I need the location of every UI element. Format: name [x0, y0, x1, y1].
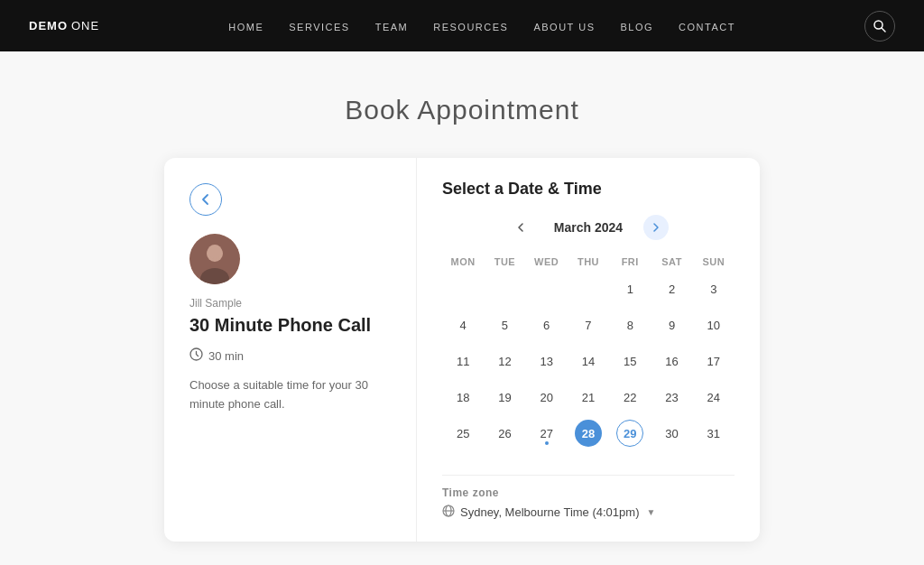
table-row[interactable]: 28 [568, 415, 609, 451]
nav-link-about[interactable]: ABOUT US [533, 22, 595, 32]
search-button[interactable] [864, 11, 895, 42]
timezone-section: Time zone Sydney, Melbourne Time (4:01pm… [442, 475, 735, 520]
nav-link-contact[interactable]: CONTACT [679, 22, 735, 32]
cal-header-fri: FRI [609, 253, 651, 271]
nav-links: HOMESERVICESTEAMRESOURCESABOUT USBLOGCON… [228, 18, 735, 34]
nav-link-resources[interactable]: RESOURCES [433, 22, 508, 32]
logo: DEMO ONE [29, 19, 99, 32]
next-month-button[interactable] [643, 215, 669, 240]
clock-icon [189, 347, 203, 364]
service-title: 30 Minute Phone Call [189, 313, 391, 337]
svg-line-1 [882, 28, 885, 32]
cal-header-sat: SAT [651, 253, 692, 271]
calendar-heading: Select a Date & Time [442, 180, 735, 199]
navbar: DEMO ONE HOMESERVICESTEAMRESOURCESABOUT … [0, 0, 924, 51]
timezone-dropdown-arrow: ▼ [646, 507, 655, 517]
table-row[interactable]: 14 [568, 343, 609, 379]
table-row[interactable] [651, 451, 692, 460]
table-row[interactable]: 21 [568, 379, 609, 415]
cal-header-mon: MON [442, 253, 484, 271]
table-row[interactable]: 16 [651, 343, 692, 379]
timezone-row[interactable]: Sydney, Melbourne Time (4:01pm) ▼ [442, 505, 735, 520]
calendar-header: March 2024 [442, 215, 735, 240]
table-row[interactable]: 3 [693, 271, 735, 307]
cal-header-wed: WED [526, 253, 568, 271]
table-row[interactable]: 23 [651, 379, 692, 415]
table-row[interactable] [693, 451, 735, 460]
calendar-grid: MONTUEWEDTHUFRISATSUN 123456789101112131… [442, 253, 735, 460]
avatar [189, 234, 240, 284]
table-row[interactable]: 17 [693, 343, 735, 379]
table-row[interactable]: 31 [693, 415, 735, 451]
back-button[interactable] [189, 183, 222, 216]
nav-link-home[interactable]: HOME [228, 22, 263, 32]
duration-row: 30 min [189, 347, 391, 364]
prev-month-button[interactable] [508, 215, 533, 240]
table-row[interactable]: 24 [693, 379, 735, 415]
duration-text: 30 min [208, 349, 244, 363]
logo-one: ONE [71, 19, 99, 32]
table-row[interactable]: 11 [442, 343, 484, 379]
globe-icon [442, 505, 455, 520]
table-row[interactable]: 7 [568, 307, 609, 343]
table-row[interactable]: 20 [526, 379, 568, 415]
cal-header-sun: SUN [693, 253, 735, 271]
table-row[interactable]: 5 [484, 307, 525, 343]
cal-header-thu: THU [568, 253, 609, 271]
table-row[interactable]: 8 [609, 307, 651, 343]
search-icon [873, 19, 887, 33]
table-row[interactable]: 10 [693, 307, 735, 343]
nav-link-team[interactable]: TEAM [375, 22, 409, 32]
table-row[interactable]: 22 [609, 379, 651, 415]
table-row[interactable]: 27 [526, 415, 568, 451]
booking-card: Jill Sample 30 Minute Phone Call 30 min … [164, 158, 760, 542]
table-row[interactable] [526, 451, 568, 460]
table-row[interactable]: 26 [484, 415, 525, 451]
page-title: Book Appointment [345, 95, 579, 125]
table-row[interactable]: 4 [442, 307, 484, 343]
table-row[interactable] [609, 451, 651, 460]
service-description: Choose a suitable time for your 30 minut… [189, 376, 391, 414]
left-panel: Jill Sample 30 Minute Phone Call 30 min … [164, 158, 417, 542]
table-row[interactable] [568, 271, 609, 307]
table-row[interactable]: 13 [526, 343, 568, 379]
person-name: Jill Sample [189, 297, 391, 310]
table-row[interactable]: 25 [442, 415, 484, 451]
avatar-image [189, 234, 240, 284]
table-row[interactable] [568, 451, 609, 460]
table-row[interactable] [442, 451, 484, 460]
timezone-value: Sydney, Melbourne Time (4:01pm) [460, 505, 639, 519]
table-row[interactable]: 15 [609, 343, 651, 379]
cal-header-tue: TUE [484, 253, 525, 271]
table-row[interactable] [526, 271, 568, 307]
table-row[interactable] [484, 451, 525, 460]
table-row[interactable]: 2 [651, 271, 692, 307]
table-row[interactable]: 9 [651, 307, 692, 343]
table-row[interactable]: 30 [651, 415, 692, 451]
table-row[interactable]: 1 [609, 271, 651, 307]
table-row[interactable]: 19 [484, 379, 525, 415]
table-row[interactable]: 12 [484, 343, 525, 379]
timezone-label: Time zone [442, 486, 735, 499]
calendar-month: March 2024 [548, 220, 629, 235]
logo-demo: DEMO [29, 19, 68, 32]
table-row[interactable]: 18 [442, 379, 484, 415]
table-row[interactable]: 6 [526, 307, 568, 343]
page-content: Book Appointment Jill Sample 30 Minute P… [0, 51, 924, 565]
back-arrow-icon [199, 193, 212, 206]
table-row[interactable] [484, 271, 525, 307]
right-panel: Select a Date & Time March 2024 [417, 158, 760, 542]
table-row[interactable]: 29 [609, 415, 651, 451]
nav-link-services[interactable]: SERVICES [289, 22, 349, 32]
table-row[interactable] [442, 271, 484, 307]
nav-link-blog[interactable]: BLOG [620, 22, 653, 32]
